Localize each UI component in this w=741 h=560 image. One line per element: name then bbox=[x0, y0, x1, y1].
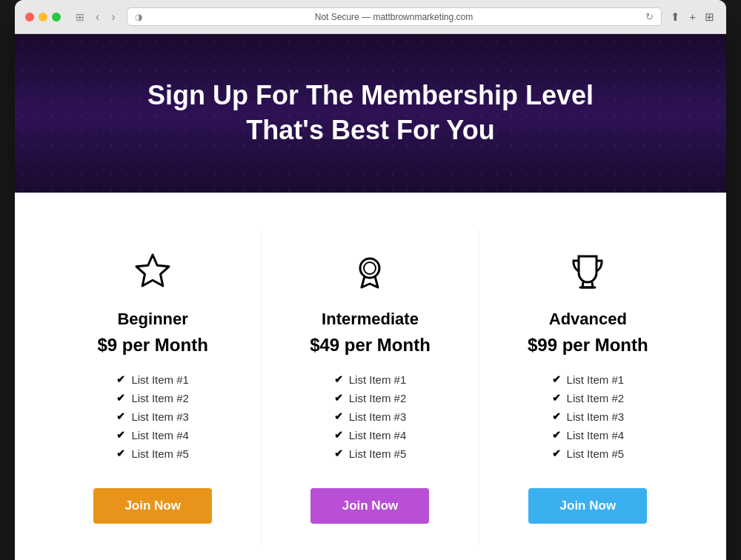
traffic-light-minimize[interactable] bbox=[39, 13, 47, 21]
browser-window: ⊞ ‹ › ◑ Not Secure — mattbrownmarketing.… bbox=[15, 0, 726, 560]
check-icon: ✔ bbox=[116, 410, 125, 422]
intermediate-join-button[interactable]: Join Now bbox=[310, 488, 429, 524]
check-icon: ✔ bbox=[116, 373, 125, 385]
check-icon: ✔ bbox=[552, 373, 561, 385]
check-icon: ✔ bbox=[552, 429, 561, 441]
reload-icon[interactable]: ↻ bbox=[645, 11, 654, 22]
check-icon: ✔ bbox=[334, 447, 343, 459]
url-text: Not Secure — mattbrownmarketing.com bbox=[147, 12, 642, 22]
list-item: ✔List Item #5 bbox=[552, 447, 625, 460]
medal-icon bbox=[291, 252, 448, 298]
back-button[interactable]: ‹ bbox=[92, 9, 103, 25]
pricing-card-intermediate: Intermediate $49 per Month ✔List Item #1… bbox=[262, 230, 479, 546]
star-icon bbox=[74, 252, 231, 298]
traffic-light-close[interactable] bbox=[25, 13, 34, 21]
traffic-lights bbox=[25, 13, 61, 21]
list-item: ✔List Item #2 bbox=[334, 392, 407, 404]
traffic-light-maximize[interactable] bbox=[52, 13, 61, 21]
forward-button[interactable]: › bbox=[107, 9, 119, 25]
security-icon: ◑ bbox=[135, 12, 142, 22]
list-item: ✔List Item #4 bbox=[116, 429, 189, 441]
advanced-plan-name: Advanced bbox=[509, 310, 667, 329]
browser-actions: ⬆ + ⊞ bbox=[669, 9, 716, 25]
browser-chrome: ⊞ ‹ › ◑ Not Secure — mattbrownmarketing.… bbox=[15, 0, 726, 34]
beginner-join-button[interactable]: Join Now bbox=[93, 488, 212, 524]
page-content: Sign Up For The Membership Level That's … bbox=[15, 34, 726, 560]
list-item: ✔List Item #3 bbox=[334, 410, 407, 423]
pricing-card-beginner: Beginner $9 per Month ✔List Item #1 ✔Lis… bbox=[44, 230, 262, 546]
check-icon: ✔ bbox=[552, 410, 561, 422]
intermediate-features-list: ✔List Item #1 ✔List Item #2 ✔List Item #… bbox=[334, 373, 407, 466]
check-icon: ✔ bbox=[552, 447, 561, 459]
hero-section: Sign Up For The Membership Level That's … bbox=[15, 34, 726, 193]
check-icon: ✔ bbox=[552, 392, 561, 404]
check-icon: ✔ bbox=[116, 447, 125, 459]
intermediate-plan-price: $49 per Month bbox=[291, 335, 448, 356]
check-icon: ✔ bbox=[334, 392, 343, 404]
intermediate-plan-name: Intermediate bbox=[291, 310, 448, 329]
pricing-grid: Beginner $9 per Month ✔List Item #1 ✔Lis… bbox=[44, 230, 697, 546]
sidebar-toggle-button[interactable]: ⊞ bbox=[73, 10, 87, 24]
list-item: ✔List Item #5 bbox=[116, 447, 189, 460]
tabs-button[interactable]: ⊞ bbox=[703, 9, 716, 25]
advanced-join-button[interactable]: Join Now bbox=[528, 488, 647, 524]
check-icon: ✔ bbox=[334, 410, 343, 422]
svg-point-0 bbox=[360, 259, 379, 278]
new-tab-button[interactable]: + bbox=[688, 9, 697, 24]
list-item: ✔List Item #4 bbox=[552, 429, 625, 441]
svg-point-1 bbox=[364, 262, 376, 274]
list-item: ✔List Item #2 bbox=[116, 392, 189, 404]
list-item: ✔List Item #1 bbox=[552, 373, 625, 386]
beginner-features-list: ✔List Item #1 ✔List Item #2 ✔List Item #… bbox=[116, 373, 189, 466]
beginner-plan-price: $9 per Month bbox=[74, 335, 231, 356]
list-item: ✔List Item #5 bbox=[334, 447, 407, 460]
beginner-plan-name: Beginner bbox=[74, 310, 231, 329]
list-item: ✔List Item #4 bbox=[334, 429, 407, 441]
check-icon: ✔ bbox=[334, 429, 343, 441]
pricing-section: Beginner $9 per Month ✔List Item #1 ✔Lis… bbox=[15, 193, 726, 560]
check-icon: ✔ bbox=[334, 373, 343, 385]
check-icon: ✔ bbox=[116, 429, 125, 441]
advanced-features-list: ✔List Item #1 ✔List Item #2 ✔List Item #… bbox=[552, 373, 625, 466]
list-item: ✔List Item #1 bbox=[334, 373, 407, 386]
list-item: ✔List Item #2 bbox=[552, 392, 625, 404]
browser-controls: ⊞ ‹ › bbox=[73, 9, 119, 25]
share-button[interactable]: ⬆ bbox=[669, 9, 682, 25]
list-item: ✔List Item #3 bbox=[116, 410, 189, 423]
advanced-plan-price: $99 per Month bbox=[509, 335, 667, 356]
list-item: ✔List Item #1 bbox=[116, 373, 189, 386]
list-item: ✔List Item #3 bbox=[552, 410, 625, 423]
hero-title: Sign Up For The Membership Level That's … bbox=[111, 79, 630, 148]
address-bar[interactable]: ◑ Not Secure — mattbrownmarketing.com ↻ bbox=[127, 7, 662, 26]
trophy-icon bbox=[509, 252, 667, 298]
check-icon: ✔ bbox=[116, 392, 125, 404]
pricing-card-advanced: Advanced $99 per Month ✔List Item #1 ✔Li… bbox=[479, 230, 697, 546]
